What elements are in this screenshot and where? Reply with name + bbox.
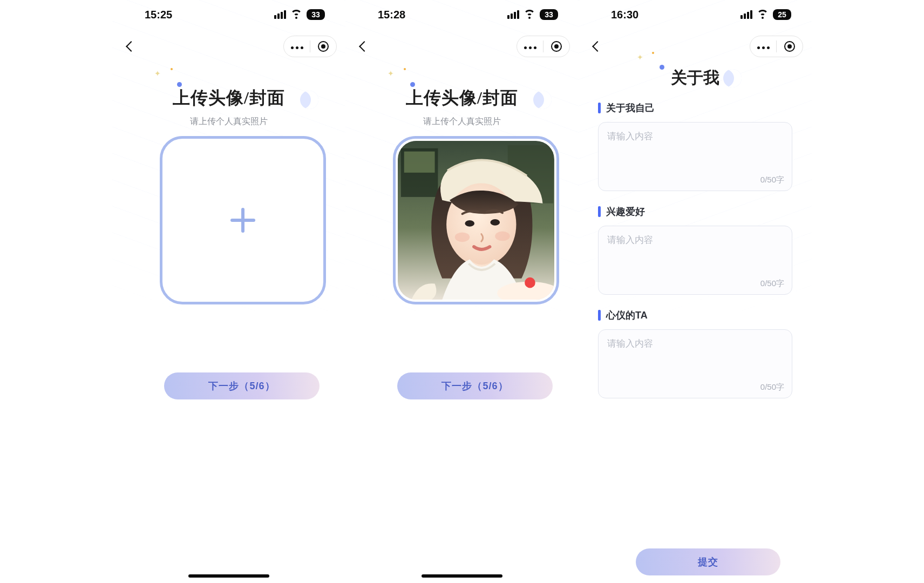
dot-decoration (171, 68, 173, 70)
section-about: 关于我自己 请输入内容 0/50字 (598, 101, 792, 191)
accent-bar (598, 310, 601, 321)
svg-point-8 (495, 232, 509, 241)
battery-badge: 25 (773, 9, 791, 20)
placeholder: 请输入内容 (607, 131, 653, 141)
screen-about-me: ✦ 16:30 25 关于我 关于我自己 请输入内容 0/50字 (579, 0, 812, 583)
page-title: 上传头像/封面 (345, 86, 579, 110)
status-bar: 15:25 33 (112, 0, 345, 29)
placeholder: 请输入内容 (607, 235, 653, 245)
about-form: 关于我自己 请输入内容 0/50字 兴趣爱好 请输入内容 0/50字 心仪的TA (598, 101, 792, 412)
wifi-icon (524, 10, 535, 19)
status-right: 33 (507, 9, 558, 20)
back-button[interactable] (592, 41, 603, 52)
section-label: 关于我自己 (606, 101, 655, 114)
svg-point-6 (490, 219, 500, 226)
about-textarea[interactable]: 请输入内容 0/50字 (598, 122, 792, 191)
back-button[interactable] (359, 41, 370, 52)
section-hobby: 兴趣爱好 请输入内容 0/50字 (598, 205, 792, 295)
battery-badge: 33 (540, 9, 558, 20)
hobby-textarea[interactable]: 请输入内容 0/50字 (598, 226, 792, 295)
capsule-menu-button[interactable] (750, 36, 776, 57)
dot-decoration (404, 68, 406, 70)
more-icon (290, 42, 304, 51)
status-bar: 15:28 33 (345, 0, 579, 29)
accent-bar (598, 103, 601, 113)
nav-bar (112, 33, 345, 59)
capsule-close-button[interactable] (543, 36, 569, 57)
page-title: 关于我 (579, 67, 812, 89)
more-icon (756, 42, 771, 51)
screen-upload-filled: ✦ 15:28 33 上传头像/封面 请上传个人真实照片 (345, 0, 579, 583)
section-heading: 兴趣爱好 (598, 205, 792, 218)
wifi-icon (290, 10, 302, 19)
section-label: 兴趣爱好 (606, 205, 645, 218)
miniapp-capsule (283, 36, 337, 57)
svg-point-10 (525, 277, 535, 288)
home-indicator (422, 574, 502, 578)
capsule-close-button[interactable] (777, 36, 803, 57)
clock: 15:28 (378, 9, 405, 21)
nav-bar (345, 33, 579, 59)
more-icon (523, 42, 538, 51)
next-button-label: 下一步（5/6） (441, 379, 508, 392)
submit-button-label: 提交 (698, 555, 718, 568)
target-icon (551, 41, 562, 52)
accent-bar (598, 206, 601, 217)
status-right: 25 (740, 9, 791, 20)
capsule-menu-button[interactable] (284, 36, 310, 57)
battery-badge: 33 (307, 9, 325, 20)
capsule-close-button[interactable] (310, 36, 336, 57)
next-button-label: 下一步（5/6） (208, 379, 275, 392)
status-right: 33 (274, 9, 325, 20)
plus-icon (230, 208, 255, 233)
next-button[interactable]: 下一步（5/6） (397, 372, 553, 399)
cellular-icon (740, 10, 752, 19)
miniapp-capsule (517, 36, 570, 57)
section-ideal: 心仪的TA 请输入内容 0/50字 (598, 309, 792, 398)
section-heading: 心仪的TA (598, 309, 792, 322)
page-subtitle: 请上传个人真实照片 (345, 116, 579, 127)
char-counter: 0/50字 (760, 382, 784, 392)
page-subtitle: 请上传个人真实照片 (112, 116, 345, 127)
clock: 16:30 (611, 9, 638, 21)
submit-button[interactable]: 提交 (636, 548, 780, 575)
char-counter: 0/50字 (760, 175, 784, 185)
miniapp-capsule (750, 36, 803, 57)
ideal-textarea[interactable]: 请输入内容 0/50字 (598, 329, 792, 398)
section-heading: 关于我自己 (598, 101, 792, 114)
svg-point-7 (455, 233, 470, 242)
target-icon (318, 41, 329, 52)
clock: 15:25 (145, 9, 172, 21)
char-counter: 0/50字 (760, 279, 784, 289)
upload-box-filled[interactable] (393, 136, 559, 304)
placeholder: 请输入内容 (607, 338, 653, 349)
target-icon (784, 41, 795, 52)
section-label: 心仪的TA (606, 309, 648, 322)
svg-rect-2 (404, 152, 435, 173)
svg-point-5 (465, 220, 474, 227)
page-title: 上传头像/封面 (112, 86, 345, 110)
cellular-icon (507, 10, 519, 19)
capsule-menu-button[interactable] (517, 36, 543, 57)
uploaded-photo (398, 141, 554, 300)
next-button[interactable]: 下一步（5/6） (164, 372, 320, 399)
sparkle-icon: ✦ (388, 69, 394, 78)
wifi-icon (757, 10, 769, 19)
upload-box[interactable] (160, 136, 326, 304)
home-indicator (188, 574, 269, 578)
cellular-icon (274, 10, 286, 19)
sparkle-icon: ✦ (154, 69, 161, 78)
screen-upload-empty: ✦ 15:25 33 上传头像/封面 请上传个人真实照片 下一步（5/6） (112, 0, 345, 583)
status-bar: 16:30 25 (579, 0, 812, 29)
nav-bar (579, 33, 812, 59)
back-button[interactable] (126, 41, 137, 52)
